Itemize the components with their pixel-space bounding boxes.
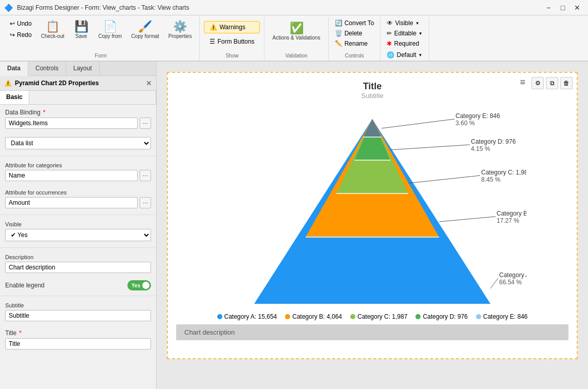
sub-tab-extra[interactable] (29, 91, 156, 104)
validation-icon: ✅ (290, 23, 304, 34)
chart-copy-button[interactable]: ⧉ (546, 77, 558, 89)
convert-icon: 🔄 (335, 20, 343, 27)
enable-legend-toggle[interactable]: Yes (127, 280, 151, 290)
default-button[interactable]: 🌐 Default ▼ (385, 50, 424, 60)
close-button[interactable]: ✕ (571, 3, 584, 13)
left-panel: Data Controls Layout ⚠️ Pyramid Chart 2D… (0, 62, 157, 389)
title-field-label: Title * (5, 329, 151, 337)
undo-button[interactable]: ↩ Undo (6, 18, 35, 29)
cat-c-label: Category C: 1,987 (481, 169, 526, 176)
checkout-icon: 📋 (46, 21, 60, 32)
divider-1 (0, 155, 156, 156)
form-buttons-button[interactable]: ☰ Form Buttons (204, 35, 260, 48)
title-input[interactable] (5, 338, 151, 349)
maximize-button[interactable]: □ (556, 3, 570, 13)
undo-icon: ↩ (10, 20, 15, 27)
data-list-group: Data list (0, 133, 156, 153)
data-list-select[interactable]: Data list (5, 137, 151, 149)
copy-format-icon: 🖌️ (138, 21, 152, 32)
chart-icon: ⚠️ (4, 80, 12, 87)
title-bar-text: Bizagi Forms Designer - Form: View_chart… (17, 4, 538, 11)
data-binding-label: Data Binding * (5, 109, 151, 116)
cat-b-label: Category B: 4,064 (497, 210, 526, 217)
warnings-button[interactable]: ⚠️ Warnings (204, 21, 260, 33)
subtitle-group: Subtitle (0, 298, 156, 325)
title-bar: 🔷 Bizagi Forms Designer - Form: View_cha… (0, 0, 588, 15)
subtitle-label: Subtitle (5, 302, 151, 308)
right-panel: ⚙ ⧉ 🗑 ≡ Title Subtitle (157, 62, 588, 389)
chart-delete-button[interactable]: 🗑 (560, 77, 573, 89)
cat-e-segment (363, 119, 382, 137)
attr-occurrences-input[interactable] (5, 197, 138, 208)
visible-label: Visible (5, 221, 151, 227)
form-buttons-icon: ☰ (210, 38, 215, 45)
description-label: Description (5, 254, 151, 260)
visible-button[interactable]: 👁 Visible ▼ (385, 18, 424, 28)
actions-validations-button[interactable]: ✅ Actions & Validations (269, 20, 324, 51)
data-binding-browse-button[interactable]: ⋯ (140, 118, 151, 129)
data-binding-input[interactable] (5, 118, 138, 129)
editable-button[interactable]: ✏ Editable ▼ (385, 29, 424, 38)
minimize-button[interactable]: − (542, 3, 555, 13)
redo-button[interactable]: ↪ Redo (6, 30, 35, 40)
attr-occurrences-browse[interactable]: ⋯ (140, 197, 151, 208)
tab-controls[interactable]: Controls (28, 62, 66, 75)
svg-text:66.54 %: 66.54 % (499, 279, 522, 286)
properties-panel: ⚠️ Pyramid Chart 2D Properties ✕ Basic D… (0, 76, 156, 389)
legend-cat-a: Category A: 15,654 (217, 313, 277, 320)
copy-format-button[interactable]: 🖌️ Copy format (127, 18, 162, 49)
legend-dot-b (285, 314, 290, 319)
ribbon-group-validation: ✅ Actions & Validations Validation (264, 16, 328, 61)
sub-tab-basic[interactable]: Basic (0, 91, 29, 104)
props-close-button[interactable]: ✕ (146, 79, 152, 87)
visible-group: Visible ✔ Yes (0, 217, 156, 245)
divider-3 (0, 247, 156, 248)
title-bar-controls: − □ ✕ (542, 3, 584, 13)
main-layout: Data Controls Layout ⚠️ Pyramid Chart 2D… (0, 62, 588, 389)
checkout-button[interactable]: 📋 Check-out (37, 18, 68, 49)
chart-description-bar: Chart description (176, 324, 568, 340)
required-button[interactable]: ✱ Required (385, 39, 424, 48)
save-button[interactable]: 💾 Save (70, 18, 92, 49)
data-list-row: Data list (5, 137, 151, 149)
svg-line-6 (390, 145, 470, 150)
description-group: Description (0, 250, 156, 277)
chart-menu-button[interactable]: ≡ (520, 77, 525, 88)
legend-dot-d (415, 314, 421, 319)
visible-select[interactable]: ✔ Yes (5, 229, 151, 241)
svg-line-10 (439, 217, 496, 222)
copy-from-button[interactable]: 📄 Copy from (94, 18, 125, 49)
ribbon-group-controls: 🔄 Convert To 🗑️ Delete ✏️ Rename Control… (329, 16, 381, 61)
cat-d-label: Category D: 976 (471, 138, 516, 145)
svg-text:4.15 %: 4.15 % (471, 145, 490, 152)
attr-occurrences-group: Attribute for occurrences ⋯ (0, 185, 156, 212)
subtitle-input[interactable] (5, 310, 151, 321)
tab-data[interactable]: Data (0, 62, 28, 76)
legend-cat-c: Category C: 1,987 (350, 313, 407, 320)
data-binding-group: Data Binding * ⋯ (0, 105, 156, 133)
svg-line-4 (382, 119, 454, 128)
rename-button[interactable]: ✏️ Rename (333, 39, 376, 48)
svg-text:17.27 %: 17.27 % (497, 217, 519, 224)
attr-occurrences-label: Attribute for occurrences (5, 189, 151, 196)
ribbon: ↩ Undo ↪ Redo 📋 Check-out 💾 Save 📄 Copy … (0, 15, 588, 62)
attr-categories-input[interactable] (5, 170, 138, 181)
enable-legend-label: Enable legend (5, 282, 45, 289)
delete-icon: 🗑️ (335, 30, 343, 37)
tab-layout[interactable]: Layout (66, 62, 100, 75)
chart-subtitle: Subtitle (176, 92, 568, 100)
attr-categories-group: Attribute for categories ⋯ (0, 158, 156, 185)
properties-button[interactable]: ⚙️ Properties (165, 18, 196, 49)
delete-button[interactable]: 🗑️ Delete (333, 29, 376, 38)
chart-settings-button[interactable]: ⚙ (532, 77, 544, 89)
attr-categories-browse[interactable]: ⋯ (140, 170, 151, 181)
sub-tabs: Basic (0, 91, 156, 105)
chart-toolbar: ⚙ ⧉ 🗑 (532, 77, 573, 89)
enable-legend-row: Enable legend Yes (0, 277, 156, 294)
convert-to-button[interactable]: 🔄 Convert To (333, 18, 376, 28)
props-header: ⚠️ Pyramid Chart 2D Properties ✕ (0, 76, 156, 91)
description-input[interactable] (5, 262, 151, 273)
legend-cat-b: Category B: 4,064 (285, 313, 342, 320)
toggle-yes-text: Yes (129, 283, 140, 288)
cat-a-label: Category A: 15,654 (499, 271, 526, 279)
